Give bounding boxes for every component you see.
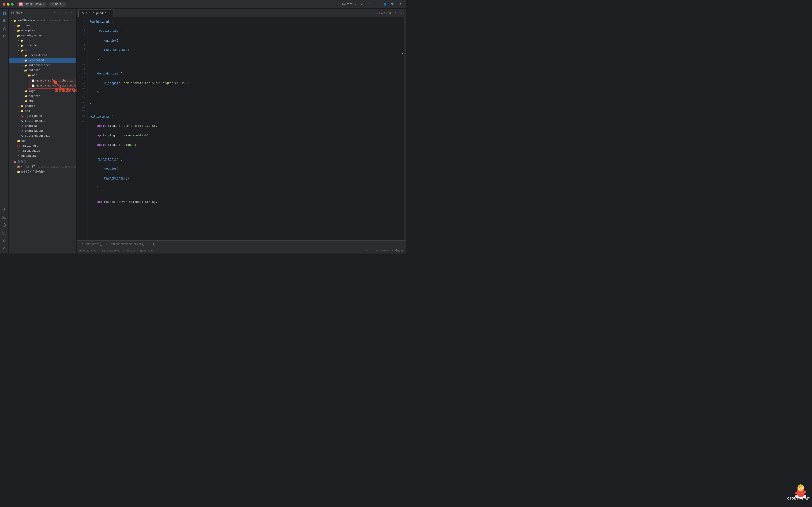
- tree-arrow: [13, 34, 17, 37]
- tree-build[interactable]: 📂 build: [9, 48, 77, 53]
- code-editor[interactable]: buildscript { repositories { google() ma…: [88, 17, 401, 240]
- ok-icon: ✓: [386, 12, 388, 15]
- svg-line-8: [4, 28, 5, 29]
- folder-icon: 📁: [20, 104, 24, 108]
- sidebar-icon-layout[interactable]: [1, 229, 8, 236]
- tree-examples[interactable]: 📁 examples: [9, 28, 77, 33]
- svg-rect-15: [3, 231, 6, 234]
- tree-gradle-dir[interactable]: 📁 .gradle: [9, 43, 77, 48]
- tree-arrow: [13, 170, 17, 174]
- close-button[interactable]: [3, 3, 5, 6]
- breadcrumb-extractmavsdk[interactable]: extractMavsdkServer{}: [108, 242, 147, 247]
- expand-editor-button[interactable]: ∨: [399, 11, 404, 16]
- tree-gradlew[interactable]: ≡ gradlew: [9, 124, 77, 128]
- tab-close-button[interactable]: ✕: [108, 12, 111, 15]
- tree-cxx[interactable]: 📁 .cxx: [9, 38, 77, 43]
- tree-name: sdk: [21, 139, 27, 143]
- tree-name: gradlew: [25, 124, 37, 128]
- tree-transforms[interactable]: 📁 .transforms: [9, 53, 77, 58]
- tree-root[interactable]: 📁 MAVSDK-Java ~/Desktop/MAVSDK-Java: [9, 18, 77, 23]
- sidebar-icon-project[interactable]: [1, 9, 8, 17]
- tree-aar-debug[interactable]: 📄 mavsdk-server-debug.aar: [28, 78, 75, 83]
- line-numbers: 1 2 3 4 5 6 7 8 9 10 11 12 13 14 15 16 1…: [77, 17, 88, 240]
- tree-name: .transforms: [29, 54, 47, 57]
- tree-mavsdk-server[interactable]: 📂 mavsdk_server: [9, 33, 77, 38]
- branch-selector[interactable]: ⎇ main ▾: [49, 2, 66, 7]
- tree-aar[interactable]: 📂 aar: [9, 73, 77, 78]
- tree-tmp[interactable]: 📁 tmp: [9, 99, 77, 104]
- tree-gitignore-server[interactable]: 🚫 .gitignore: [9, 114, 77, 119]
- gradle-icon: 🔧: [20, 134, 24, 138]
- folder-icon: 📁: [20, 44, 24, 47]
- maximize-button[interactable]: [11, 3, 14, 6]
- gitignore-icon: 🚫: [17, 144, 20, 148]
- tree-name: tmp: [29, 100, 34, 103]
- tree-src[interactable]: 📁 src: [9, 109, 77, 114]
- ok-count: 15: [389, 12, 392, 14]
- tree-intermediates[interactable]: 📁 intermediates: [9, 63, 77, 68]
- tree-ext-libs[interactable]: 📚 外部库: [9, 159, 77, 164]
- close-panel-button[interactable]: ✕: [69, 10, 74, 15]
- project-icon: MA: [19, 2, 23, 6]
- tab-build-gradle[interactable]: 🔧 build.gradle ✕: [79, 9, 114, 17]
- sidebar-icon-structure[interactable]: [1, 25, 8, 32]
- tree-name: .gitignore: [21, 145, 38, 148]
- error-icon: ⊘: [381, 12, 383, 15]
- warning-badge: ⚠ 1: [376, 12, 380, 15]
- status-bar-right: 39:1 LF UTF-8 4 个空格: [365, 249, 403, 252]
- tree-logs[interactable]: 📁 logs: [9, 89, 77, 94]
- tree-build-gradle[interactable]: 🔧 build.gradle: [9, 119, 77, 124]
- profile-button[interactable]: 👤: [382, 1, 388, 7]
- sidebar-icon-bug[interactable]: [1, 237, 8, 244]
- tree-generated[interactable]: 📁 generated: [9, 58, 77, 63]
- tree-root-gitignore[interactable]: 🚫 .gitignore: [9, 144, 77, 149]
- folder-icon: 📁: [17, 24, 20, 27]
- tree-gradle2[interactable]: 📁 gradle: [9, 104, 77, 109]
- error-count: 2: [384, 12, 385, 14]
- tree-settings-gradle[interactable]: 🔧 settings.gradle: [9, 133, 77, 138]
- tree-jbr17[interactable]: 📦 < jbr-17 > /Users/hackerx/Library/Java…: [9, 164, 77, 169]
- tree-sdk[interactable]: 📁 sdk: [9, 138, 77, 144]
- sidebar-icon-vcs[interactable]: [1, 33, 8, 40]
- breadcrumb-block[interactable]: {}: [150, 242, 158, 247]
- more-actions-button[interactable]: ⋯: [373, 1, 379, 7]
- status-indent[interactable]: 4 个空格: [392, 249, 403, 252]
- breadcrumb-allprojects[interactable]: allprojects{}: [79, 242, 105, 247]
- tree-idea[interactable]: 📁 .idea: [9, 23, 77, 28]
- tree-root-gitmodules[interactable]: ≡ .gitmodules: [9, 149, 77, 154]
- tree-gradlew-bat[interactable]: ≡ gradlew.bat: [9, 128, 77, 133]
- run-button[interactable]: ▶: [359, 1, 365, 7]
- sidebar-icon-bookmark[interactable]: [1, 17, 8, 24]
- editor-scrollbar[interactable]: [404, 17, 406, 240]
- chevron-right-icon2: ›: [124, 249, 125, 252]
- tree-aar-release[interactable]: 📄 mavsdk-server-release.aar: [28, 83, 75, 88]
- editor-content: 1 2 3 4 5 6 7 8 9 10 11 12 13 14 15 16 1…: [77, 17, 406, 240]
- svg-rect-2: [3, 13, 4, 15]
- search-button[interactable]: 🔍: [390, 1, 396, 7]
- sidebar-icon-shield[interactable]: [1, 221, 8, 229]
- tree-outputs[interactable]: 📂 outputs: [9, 68, 77, 73]
- sidebar-icon-settings2[interactable]: ⚙: [1, 244, 8, 252]
- collapse-all-button[interactable]: ⇤: [57, 10, 62, 15]
- project-selector[interactable]: MA MAVSDK-Java ▾: [17, 2, 46, 7]
- tree-name: .idea: [21, 24, 30, 27]
- sidebar-icon-more[interactable]: ···: [1, 40, 8, 48]
- collapse-editor-button[interactable]: ∧: [393, 11, 398, 16]
- settings-button[interactable]: ⚙: [397, 1, 403, 7]
- status-linesep[interactable]: LF: [375, 249, 378, 252]
- debug-button[interactable]: ⚡: [366, 1, 372, 7]
- sidebar-icon-terminal[interactable]: [1, 214, 8, 221]
- tree-readme[interactable]: M README.md: [9, 154, 77, 159]
- tree-name: README.md: [21, 154, 37, 158]
- chevron-right-icon3: ›: [137, 249, 139, 252]
- current-file-label[interactable]: 当前文件: [341, 2, 352, 6]
- tree-name: gradle: [25, 105, 35, 108]
- gear-button[interactable]: ⚙: [63, 10, 68, 15]
- tree-reports[interactable]: 📁 reports: [9, 94, 77, 99]
- status-position[interactable]: 39:1: [365, 249, 371, 252]
- minimize-button[interactable]: [7, 3, 9, 6]
- sidebar-icon-build[interactable]: [1, 206, 8, 213]
- tree-temp-files[interactable]: 📁 临时文件和控制台: [9, 169, 77, 174]
- sync-files-button[interactable]: ⟳: [51, 10, 56, 15]
- status-encoding[interactable]: UTF-8: [381, 249, 389, 252]
